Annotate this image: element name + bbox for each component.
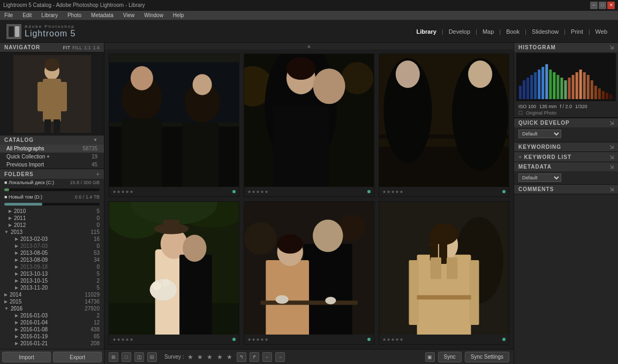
- menu-view[interactable]: View: [121, 12, 137, 18]
- sync-settings-button[interactable]: Sync Settings: [465, 352, 509, 362]
- catalog-previous-import[interactable]: Previous Import 45: [0, 161, 104, 169]
- grid-view-button[interactable]: ⊞: [109, 352, 118, 362]
- folder-2016-01-08[interactable]: ▶ 2016-01-08 438: [0, 326, 104, 333]
- folder-2011[interactable]: ▶ 2011 0: [0, 215, 104, 222]
- next-photo-button[interactable]: →: [275, 352, 285, 362]
- zoom-1to4[interactable]: 1:4: [93, 45, 100, 50]
- keyword-list-add-icon[interactable]: +: [518, 154, 522, 160]
- photo-area-5: [244, 202, 374, 335]
- menu-window[interactable]: Window: [142, 12, 165, 18]
- folder-2016-01-21[interactable]: ▶ 2016-01-21 208: [0, 340, 104, 347]
- navigator-panel-header[interactable]: Navigator FIT FILL 1:1 1:4: [0, 43, 104, 52]
- minimize-button[interactable]: ─: [590, 2, 598, 9]
- metadata-header[interactable]: Metadata ⇲: [514, 162, 618, 171]
- nav-develop[interactable]: Develop: [444, 26, 474, 37]
- folder-2013-08-05[interactable]: ▶ 2013-08-05 53: [0, 249, 104, 256]
- folder-2013-10-15[interactable]: ▶ 2013-10-15 2: [0, 277, 104, 284]
- folder-2012[interactable]: ▶ 2012 0: [0, 222, 104, 229]
- comments-header[interactable]: Comments ⇲: [514, 185, 618, 194]
- nav-web[interactable]: Web: [591, 26, 612, 37]
- keyword-list-header[interactable]: + Keyword List ⇲: [514, 152, 618, 162]
- navigator-zoom-controls: FIT FILL 1:1 1:4: [63, 45, 100, 50]
- nav-library[interactable]: Library: [412, 26, 441, 37]
- quick-develop-header[interactable]: Quick Develop ⇲: [514, 118, 618, 127]
- grid-photo-4[interactable]: ★★★★★: [109, 201, 239, 345]
- grid-photo-2[interactable]: ★★★★★: [244, 54, 374, 197]
- zoom-fill[interactable]: FILL: [72, 45, 82, 50]
- catalog-all-photos[interactable]: All Photographs 58735: [0, 145, 104, 153]
- svg-rect-97: [564, 80, 567, 99]
- folder-2013-08-09[interactable]: ▶ 2013-08-09 34: [0, 256, 104, 263]
- grid-photo-6[interactable]: ★★★★★: [379, 201, 509, 345]
- rotate-ccw-icon[interactable]: ↰: [237, 352, 246, 362]
- folder-2016-01-04[interactable]: ▶ 2016-01-04 12: [0, 319, 104, 326]
- catalog-header[interactable]: Catalog ▼: [0, 135, 104, 145]
- folder-2016-01-03[interactable]: ▶ 2016-01-03 2: [0, 312, 104, 319]
- zoom-1to1[interactable]: 1:1: [84, 45, 91, 50]
- folder-2014[interactable]: ▶ 2014 11029: [0, 291, 104, 298]
- svg-point-59: [244, 222, 277, 255]
- nav-slideshow[interactable]: Slideshow: [527, 26, 563, 37]
- grid-photo-1[interactable]: ★★★★★: [109, 54, 239, 197]
- secondary-display-button[interactable]: ▣: [425, 352, 435, 362]
- nav-print[interactable]: Print: [567, 26, 587, 37]
- grid-photo-3[interactable]: ★★★★★: [379, 54, 509, 197]
- folder-2010[interactable]: ▶ 2010 5: [0, 208, 104, 215]
- nav-book[interactable]: Book: [502, 26, 524, 37]
- svg-point-37: [396, 60, 420, 88]
- folder-2016-01-19[interactable]: ▶ 2016-01-19 65: [0, 333, 104, 340]
- folder-2013-02-03[interactable]: ▶ 2013-02-03 16: [0, 236, 104, 242]
- menu-file[interactable]: File: [2, 12, 15, 18]
- comments-expand-icon: ⇲: [609, 186, 614, 192]
- folder-2013-11-20[interactable]: ▶ 2013-11-20 5: [0, 284, 104, 291]
- compare-view-button[interactable]: ◫: [134, 352, 144, 362]
- maximize-button[interactable]: □: [599, 2, 606, 9]
- svg-rect-90: [538, 70, 540, 99]
- svg-rect-52: [179, 255, 212, 335]
- qd-preset-select[interactable]: Default: [518, 130, 561, 138]
- folders-header[interactable]: Folders +: [0, 169, 104, 179]
- zoom-fit[interactable]: FIT: [63, 45, 70, 50]
- survey-view-button[interactable]: ⊟: [147, 352, 157, 362]
- close-button[interactable]: ✕: [607, 2, 615, 9]
- folder-2016[interactable]: ▼ 2016 27920: [0, 305, 104, 312]
- metadata-preset-select[interactable]: Default: [518, 173, 561, 182]
- titlebar-text: Lightroom 5 Catalog - Adobe Photoshop Li…: [3, 2, 145, 8]
- folder-2013[interactable]: ▼ 2013 115: [0, 229, 104, 236]
- catalog-collapse-icon: ▼: [93, 138, 97, 142]
- menu-edit[interactable]: Edit: [20, 12, 34, 18]
- left-panel: Navigator FIT FILL 1:1 1:4: [0, 43, 104, 364]
- catalog-quick-collection[interactable]: Quick Collection + 19: [0, 153, 104, 161]
- menu-library[interactable]: Library: [39, 12, 60, 18]
- folder-2013-09-18[interactable]: ▶ 2013-09-18 0: [0, 263, 104, 270]
- menu-metadata[interactable]: Metadata: [89, 12, 116, 18]
- folder-2013-10-13[interactable]: ▶ 2013-10-13 5: [0, 270, 104, 277]
- star-rating-4: ★★★★★: [112, 337, 134, 342]
- histogram-header[interactable]: Histogram ⇲: [514, 43, 618, 52]
- color-label-4: [232, 338, 236, 341]
- survey-star-rating[interactable]: ★ ★ ★ ★ ★: [187, 353, 233, 361]
- nav-map[interactable]: Map: [478, 26, 498, 37]
- export-button[interactable]: Export: [53, 352, 102, 362]
- import-button[interactable]: Import: [2, 352, 51, 362]
- folders-add-icon[interactable]: +: [96, 171, 100, 177]
- original-photo-checkbox[interactable]: ☐: [518, 110, 523, 116]
- loupe-view-button[interactable]: □: [122, 352, 131, 362]
- photo-meta-info: ISO 100 135 mm f / 2.0 1/320 ☐ Original …: [514, 102, 618, 118]
- menu-help[interactable]: Help: [171, 12, 186, 18]
- sync-button[interactable]: Sync: [438, 352, 462, 362]
- catalog-previous-import-label: Previous Import: [6, 162, 44, 168]
- rotate-cw-icon[interactable]: ↱: [250, 352, 259, 362]
- svg-point-53: [183, 234, 206, 261]
- photo-area-4: [109, 202, 239, 335]
- catalog-title: Catalog: [4, 137, 34, 143]
- grid-photo-5[interactable]: ★★★★★: [244, 201, 374, 345]
- folder-2015[interactable]: ▶ 2015 14736: [0, 298, 104, 305]
- prev-photo-button[interactable]: ←: [262, 352, 272, 362]
- histogram-display: [516, 53, 616, 101]
- keywording-header[interactable]: Keywording ⇲: [514, 142, 618, 151]
- folder-2013-07-03[interactable]: ▶ 2013-07-03 0: [0, 242, 104, 249]
- svg-rect-102: [583, 72, 586, 99]
- menu-photo[interactable]: Photo: [65, 12, 84, 18]
- svg-rect-103: [587, 75, 590, 99]
